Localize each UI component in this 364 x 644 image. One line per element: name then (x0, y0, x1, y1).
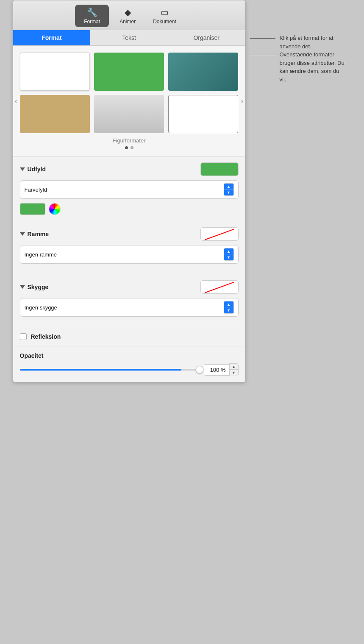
shape-swatch-teal[interactable] (168, 53, 238, 91)
reflection-label: Refleksion (31, 333, 61, 340)
border-section: Ramme Ingen ramme ▲ ▼ (13, 221, 245, 274)
fill-dropdown[interactable]: Farvefyld ▲ ▼ (20, 180, 239, 199)
callout-2-text: Ovenstående formater bruger disse attrib… (280, 50, 347, 84)
fill-stepper[interactable]: ▲ ▼ (224, 183, 234, 196)
fill-collapse-arrow[interactable] (20, 167, 25, 171)
toolbar-dokument-label: Dokument (153, 19, 176, 25)
tab-tekst[interactable]: Tekst (90, 30, 168, 45)
toolbar-animer-btn[interactable]: ◆ Animer (111, 5, 144, 27)
tab-format[interactable]: Format (13, 30, 91, 45)
shadow-stepper-up[interactable]: ▲ (224, 301, 233, 307)
callout-1-line (250, 38, 275, 39)
fill-header: Udfyld (20, 162, 239, 176)
fill-color-preview[interactable] (200, 162, 239, 176)
toolbar-format-label: Format (84, 19, 100, 25)
shape-swatch-white[interactable] (20, 53, 90, 91)
opacity-value: 100 % (204, 364, 229, 376)
border-collapse-arrow[interactable] (20, 232, 25, 236)
toolbar-animer-label: Animer (119, 19, 136, 25)
fill-stepper-down[interactable]: ▼ (224, 190, 233, 195)
fill-dropdown-row: Farvefyld ▲ ▼ (20, 180, 239, 199)
toolbar: 🔧 Format ◆ Animer ▭ Dokument (13, 0, 245, 30)
callout-area: Klik på et format for at anvende det. Ov… (246, 0, 352, 117)
dot-1[interactable] (125, 146, 128, 149)
shapes-label: Figurformater (20, 137, 239, 144)
shape-swatch-outline[interactable] (168, 95, 238, 133)
reflection-checkbox[interactable] (20, 333, 27, 340)
shadow-stepper-down[interactable]: ▼ (224, 307, 233, 313)
tab-bar: Format Tekst Organiser (13, 30, 245, 46)
animer-icon: ◆ (125, 7, 131, 17)
shape-row-top (20, 53, 239, 91)
shape-swatch-gray[interactable] (94, 95, 164, 133)
border-dropdown-row: Ingen ramme ▲ ▼ (20, 245, 239, 264)
shadow-label: Skygge (28, 284, 49, 290)
shadow-dropdown-row: Ingen skygge ▲ ▼ (20, 298, 239, 317)
callout-1: Klik på et format for at anvende det. (250, 34, 347, 50)
opacity-slider-thumb[interactable] (196, 366, 203, 374)
tab-organiser[interactable]: Organiser (168, 30, 245, 45)
callout-2: Ovenstående formater bruger disse attrib… (250, 50, 347, 84)
shadow-dropdown[interactable]: Ingen skygge ▲ ▼ (20, 298, 239, 317)
opacity-stepper-down[interactable]: ▼ (230, 370, 238, 376)
callout-2-line (250, 55, 275, 55)
format-icon: 🔧 (87, 7, 97, 17)
shadow-stepper[interactable]: ▲ ▼ (224, 301, 234, 314)
shape-row-bottom (20, 95, 239, 133)
border-label: Ramme (28, 231, 49, 237)
opacity-input: 100 % ▲ ▼ (204, 363, 239, 376)
opacity-label: Opacitet (20, 352, 239, 359)
page-dots (20, 146, 239, 149)
opacity-slider-track[interactable] (20, 369, 200, 371)
shadow-color-preview[interactable] (200, 280, 239, 294)
callout-1-text: Klik på et format for at anvende det. (280, 34, 347, 50)
fill-color-row (20, 203, 239, 215)
border-stepper-down[interactable]: ▼ (224, 254, 233, 260)
border-color-preview[interactable] (200, 227, 239, 241)
shape-swatch-tan[interactable] (20, 95, 90, 133)
fill-label: Udfyld (28, 166, 46, 173)
border-stepper-up[interactable]: ▲ (224, 248, 233, 254)
border-dropdown[interactable]: Ingen ramme ▲ ▼ (20, 245, 239, 264)
toolbar-format-btn[interactable]: 🔧 Format (75, 5, 109, 27)
opacity-section: Opacitet 100 % ▲ ▼ (13, 346, 245, 382)
shadow-section: Skygge Ingen skygge ▲ ▼ (13, 274, 245, 327)
dokument-icon: ▭ (161, 7, 169, 17)
opacity-stepper[interactable]: ▲ ▼ (229, 363, 239, 376)
border-stepper[interactable]: ▲ ▼ (224, 248, 234, 261)
fill-color-swatch[interactable] (20, 203, 45, 215)
reflection-section: Refleksion (13, 327, 245, 346)
opacity-row: 100 % ▲ ▼ (20, 363, 239, 376)
border-header: Ramme (20, 227, 239, 241)
fill-section: Udfyld Farvefyld ▲ ▼ (13, 156, 245, 221)
opacity-slider-fill (20, 369, 182, 371)
shadow-header: Skygge (20, 280, 239, 294)
fill-color-wheel[interactable] (49, 203, 61, 215)
reflection-row: Refleksion (20, 333, 239, 340)
fill-stepper-up[interactable]: ▲ (224, 184, 233, 190)
dot-2[interactable] (131, 146, 133, 149)
opacity-stepper-up[interactable]: ▲ (230, 364, 238, 370)
shape-swatch-green[interactable] (94, 53, 164, 91)
shadow-collapse-arrow[interactable] (20, 285, 25, 289)
shapes-next-arrow[interactable]: › (241, 97, 244, 106)
shapes-prev-arrow[interactable]: ‹ (15, 97, 17, 106)
shapes-section: ‹ Figurformater › (13, 46, 245, 156)
toolbar-dokument-btn[interactable]: ▭ Dokument (146, 5, 183, 27)
